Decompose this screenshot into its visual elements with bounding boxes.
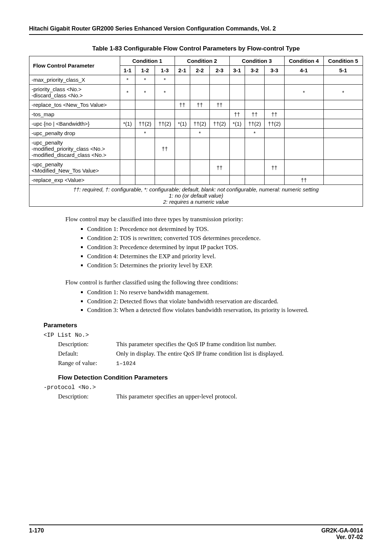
range-value: 1–1024 bbox=[116, 361, 136, 367]
param-cell: -upc_penalty drop bbox=[29, 129, 120, 138]
col-1-3: 1-3 bbox=[155, 66, 175, 75]
value-cell bbox=[323, 100, 363, 110]
param-protocol-block: Description: This parameter specifies an… bbox=[58, 393, 363, 400]
value-cell bbox=[135, 175, 155, 185]
value-cell bbox=[210, 129, 229, 138]
param-cell: -upc {no | <Bandwidth>} bbox=[29, 119, 120, 129]
value-cell bbox=[245, 160, 264, 175]
value-cell: *(1) bbox=[120, 119, 135, 129]
value-cell: * bbox=[190, 129, 209, 138]
page-footer: 1-170 GR2K-GA-0014 Ver. 07-02 bbox=[29, 524, 363, 540]
value-cell bbox=[190, 175, 209, 185]
value-cell bbox=[284, 129, 323, 138]
table-legend-row: ††: required, †: configurable, *: config… bbox=[29, 185, 363, 207]
protocol-desc-label: Description: bbox=[58, 393, 116, 400]
value-cell: *(1) bbox=[175, 119, 190, 129]
value-cell: * bbox=[155, 75, 175, 85]
value-cell bbox=[229, 75, 245, 85]
value-cell bbox=[210, 138, 229, 160]
value-cell bbox=[135, 100, 155, 110]
value-cell: *(1) bbox=[229, 119, 245, 129]
table-row: -upc_penalty drop*** bbox=[29, 129, 363, 138]
value-cell bbox=[175, 129, 190, 138]
col-param: Flow Control Parameter bbox=[29, 56, 120, 75]
value-cell: ††(2) bbox=[210, 119, 229, 129]
param-row-desc: Description: This parameter specifies th… bbox=[58, 341, 363, 348]
desc-label: Description: bbox=[58, 341, 116, 348]
value-cell bbox=[284, 100, 323, 110]
table-row: -upc_penalty <Modified_New_Tos Value>†††… bbox=[29, 160, 363, 175]
list-item: Condition 2: TOS is rewritten; converted… bbox=[87, 234, 359, 243]
col-5-1: 5-1 bbox=[323, 66, 363, 75]
param-row-default: Default: Only in display. The entire QoS… bbox=[58, 350, 363, 357]
value-cell: ††(2) bbox=[190, 119, 209, 129]
flow-control-table: Flow Control Parameter Condition 1 Condi… bbox=[29, 56, 363, 207]
param-cell: -upc_penalty -modified_priority_class <N… bbox=[29, 138, 120, 160]
value-cell bbox=[229, 129, 245, 138]
value-cell bbox=[229, 100, 245, 110]
list-item: Condition 1: Precedence not determined b… bbox=[87, 225, 359, 234]
value-cell bbox=[265, 129, 284, 138]
default-value: Only in display. The entire QoS IP frame… bbox=[116, 350, 363, 357]
range-label: Range of value: bbox=[58, 360, 116, 367]
list-item: Condition 3: When a detected flow violat… bbox=[87, 306, 359, 315]
table-row: -replace_tos <New_Tos Value>†††††† bbox=[29, 100, 363, 110]
value-cell bbox=[175, 75, 190, 85]
col-3-1: 3-1 bbox=[229, 66, 245, 75]
value-cell bbox=[284, 110, 323, 119]
col-condition-3: Condition 3 bbox=[229, 56, 284, 66]
list-item: Condition 5: Determines the priority lev… bbox=[87, 262, 359, 270]
value-cell bbox=[120, 160, 135, 175]
footer-page-number: 1-170 bbox=[29, 527, 44, 540]
value-cell: †† bbox=[175, 100, 190, 110]
running-head: Hitachi Gigabit Router GR2000 Series Enh… bbox=[29, 25, 363, 35]
param-protocol-name: -protocol <No.> bbox=[44, 384, 363, 391]
list-item: Condition 4: Determines the EXP and prio… bbox=[87, 252, 359, 261]
table-row: -replace_exp <Value>†† bbox=[29, 175, 363, 185]
col-condition-5: Condition 5 bbox=[323, 56, 363, 66]
value-cell bbox=[284, 138, 323, 160]
value-cell bbox=[323, 75, 363, 85]
param-cell: -priority_class <No.> -discard_class <No… bbox=[29, 85, 120, 100]
value-cell bbox=[155, 100, 175, 110]
value-cell bbox=[135, 138, 155, 160]
list-item: Condition 1: No reserve bandwidth manage… bbox=[87, 288, 359, 297]
footer-version: Ver. 07-02 bbox=[321, 534, 363, 540]
value-cell bbox=[265, 85, 284, 100]
value-cell: * bbox=[323, 85, 363, 100]
col-3-3: 3-3 bbox=[265, 66, 284, 75]
value-cell: †† bbox=[210, 160, 229, 175]
table-row: -tos_map†††††† bbox=[29, 110, 363, 119]
col-1-1: 1-1 bbox=[120, 66, 135, 75]
value-cell bbox=[175, 138, 190, 160]
value-cell bbox=[210, 175, 229, 185]
param-cell: -max_priority_class_X bbox=[29, 75, 120, 85]
value-cell bbox=[229, 138, 245, 160]
footer-doc-id: GR2K-GA-0014 bbox=[321, 527, 363, 534]
table-row: -upc {no | <Bandwidth>}*(1)††(2)††(2)*(1… bbox=[29, 119, 363, 129]
section-flow-detection: Flow Detection Condition Parameters bbox=[58, 374, 363, 381]
value-cell bbox=[120, 110, 135, 119]
param-cell: -replace_exp <Value> bbox=[29, 175, 120, 185]
param-cell: -tos_map bbox=[29, 110, 120, 119]
value-cell bbox=[284, 119, 323, 129]
param-ip-list-name: <IP List No.> bbox=[44, 332, 363, 339]
value-cell bbox=[135, 160, 155, 175]
body-intro-1: Flow control may be classified into thre… bbox=[65, 215, 359, 270]
value-cell: †† bbox=[190, 100, 209, 110]
body-intro-2: Flow control is further classified using… bbox=[65, 279, 359, 315]
intro-1-text: Flow control may be classified into thre… bbox=[65, 216, 243, 223]
table-caption: Table 1-83 Configurable Flow Control Par… bbox=[29, 45, 363, 52]
value-cell: †† bbox=[265, 160, 284, 175]
col-3-2: 3-2 bbox=[245, 66, 264, 75]
intro-2-text: Flow control is further classified using… bbox=[65, 279, 238, 286]
value-cell bbox=[155, 160, 175, 175]
intro-1-list: Condition 1: Precedence not determined b… bbox=[65, 225, 359, 270]
desc-value: This parameter specifies the QoS IP fram… bbox=[116, 341, 363, 348]
value-cell bbox=[210, 85, 229, 100]
value-cell: †† bbox=[210, 100, 229, 110]
section-parameters: Parameters bbox=[44, 322, 363, 329]
value-cell bbox=[190, 138, 209, 160]
value-cell: ††(2) bbox=[155, 119, 175, 129]
value-cell bbox=[245, 75, 264, 85]
